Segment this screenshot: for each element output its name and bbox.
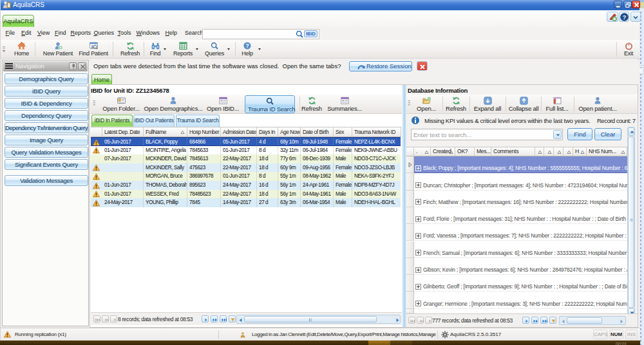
svg-text:?: ? [623,14,627,21]
svg-text:?: ? [245,42,249,49]
